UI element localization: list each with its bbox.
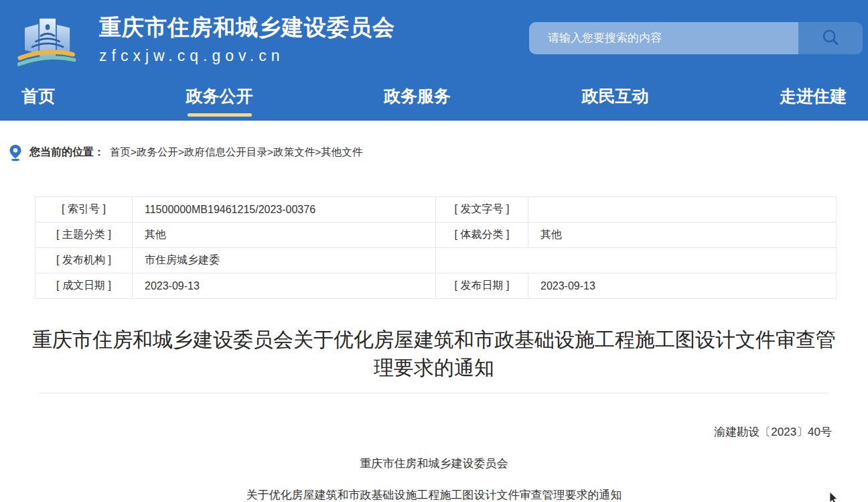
meta-value-doc-symbol <box>528 197 837 223</box>
nav-item-label: 政务公开 <box>186 86 253 105</box>
meta-label-index-no: [ 索引号 ] <box>35 197 133 223</box>
meta-label-topic-class: [ 主题分类 ] <box>35 223 133 248</box>
search-bar <box>529 22 863 54</box>
meta-value-written-date: 2023-09-13 <box>133 273 436 299</box>
meta-label-publish-date: [ 发布日期 ] <box>436 273 528 299</box>
breadcrumb-path[interactable]: 首页>政务公开>政府信息公开目录>政策文件>其他文件 <box>110 145 362 160</box>
location-pin-icon <box>8 143 23 162</box>
nav-item-home[interactable]: 首页 <box>20 78 56 118</box>
meta-label-issuing-org: [ 发布机构 ] <box>35 248 133 273</box>
meta-value-publish-date: 2023-09-13 <box>528 273 837 299</box>
table-row: [ 成文日期 ] 2023-09-13 [ 发布日期 ] 2023-09-13 <box>35 273 837 299</box>
site-header: 重庆市住房和城乡建设委员会 zfcxjw.cq.gov.cn <box>0 0 868 79</box>
top-blue-band: 重庆市住房和城乡建设委员会 zfcxjw.cq.gov.cn 首页 政务公开 政… <box>0 0 868 121</box>
page-title: 重庆市住房和城乡建设委员会关于优化房屋建筑和市政基础设施工程施工图设计文件审查管… <box>27 326 841 382</box>
table-row: [ 索引号 ] 11500000MB19461215/2023-00376 [ … <box>35 197 837 223</box>
breadcrumb: 您当前的位置： 首页>政务公开>政府信息公开目录>政策文件>其他文件 <box>8 143 868 162</box>
meta-value-issuing-org: 市住房城乡建委 <box>133 248 436 273</box>
site-brand: 重庆市住房和城乡建设委员会 zfcxjw.cq.gov.cn <box>99 14 395 65</box>
site-logo-icon <box>17 7 79 72</box>
meta-value-topic-class: 其他 <box>133 223 436 248</box>
table-row: [ 发布机构 ] 市住房城乡建委 <box>35 248 837 273</box>
nav-item-about[interactable]: 走进住建 <box>778 78 848 118</box>
search-button[interactable] <box>798 22 863 54</box>
nav-item-label: 政民互动 <box>582 86 649 105</box>
table-row: [ 主题分类 ] 其他 [ 体裁分类 ] 其他 <box>35 223 837 248</box>
breadcrumb-prefix: 您当前的位置： <box>29 145 104 160</box>
document-meta-table: [ 索引号 ] 11500000MB19461215/2023-00376 [ … <box>35 196 837 299</box>
site-title: 重庆市住房和城乡建设委员会 <box>99 14 395 41</box>
search-input[interactable] <box>529 22 798 54</box>
nav-item-gov-services[interactable]: 政务服务 <box>382 78 452 118</box>
magnifier-icon <box>820 28 841 48</box>
meta-label-genre-class: [ 体裁分类 ] <box>436 223 528 248</box>
meta-label-doc-symbol: [ 发文字号 ] <box>436 197 528 223</box>
meta-value-empty <box>528 248 837 273</box>
meta-value-index-no: 11500000MB19461215/2023-00376 <box>133 197 436 223</box>
article-sender-line: 重庆市住房和城乡建设委员会 <box>0 456 868 471</box>
nav-item-label: 政务服务 <box>384 86 451 105</box>
article-subject-line: 关于优化房屋建筑和市政基础设施工程施工图设计文件审查管理要求的通知 <box>0 488 868 502</box>
nav-item-label: 首页 <box>21 86 55 105</box>
nav-item-gov-disclosure[interactable]: 政务公开 <box>185 78 255 118</box>
main-nav: 首页 政务公开 政务服务 政民互动 走进住建 <box>0 79 868 121</box>
mouse-cursor <box>829 492 840 502</box>
nav-item-public-interaction[interactable]: 政民互动 <box>581 78 650 118</box>
title-divider <box>40 393 828 393</box>
meta-label-written-date: [ 成文日期 ] <box>35 273 133 299</box>
nav-item-label: 走进住建 <box>780 86 847 105</box>
site-url: zfcxjw.cq.gov.cn <box>99 47 395 65</box>
meta-label-empty <box>436 248 528 273</box>
document-number: 渝建勘设〔2023〕40号 <box>0 424 868 440</box>
active-underline <box>188 113 252 117</box>
meta-value-genre-class: 其他 <box>528 223 837 248</box>
